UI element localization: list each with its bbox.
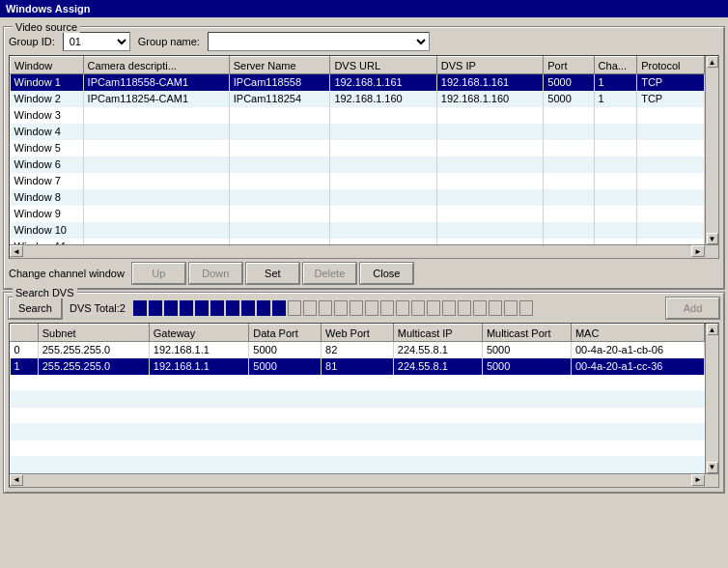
col-mac: MAC bbox=[571, 325, 704, 342]
progress-segment bbox=[427, 300, 440, 316]
window-title-bar: Windows Assign bbox=[0, 0, 728, 17]
change-channel-label: Change channel window bbox=[9, 268, 125, 279]
progress-segment bbox=[226, 300, 239, 316]
col-dvs-ip: DVS IP bbox=[436, 57, 543, 74]
progress-segment bbox=[365, 300, 378, 316]
col-window: Window bbox=[11, 57, 84, 74]
table-row[interactable]: 1255.255.255.0192.168.1.1500081224.55.8.… bbox=[11, 358, 705, 375]
progress-segment bbox=[288, 300, 301, 316]
close-button[interactable]: Close bbox=[360, 263, 413, 284]
set-button[interactable]: Set bbox=[246, 263, 299, 284]
progress-segment bbox=[442, 300, 456, 316]
group-name-select[interactable] bbox=[208, 32, 430, 51]
progress-segment bbox=[257, 300, 270, 316]
table-row[interactable]: Window 9 bbox=[11, 206, 705, 222]
search-button[interactable]: Search bbox=[9, 298, 62, 319]
video-source-label: Video source bbox=[13, 21, 80, 33]
progress-segment bbox=[319, 300, 332, 316]
progress-segment bbox=[164, 300, 178, 316]
progress-segment bbox=[149, 300, 162, 316]
progress-bar bbox=[133, 300, 658, 316]
progress-segment bbox=[396, 300, 409, 316]
dvs-total-label: DVS Total:2 bbox=[70, 302, 126, 314]
group-name-label: Group name: bbox=[138, 36, 200, 47]
group-id-select[interactable]: 01 bbox=[63, 32, 130, 51]
progress-segment bbox=[303, 300, 317, 316]
down-button[interactable]: Down bbox=[189, 263, 242, 284]
add-button[interactable]: Add bbox=[666, 298, 719, 319]
col-multicast-ip: Multicast IP bbox=[393, 325, 482, 342]
table-row[interactable]: 0255.255.255.0192.168.1.1500082224.55.8.… bbox=[11, 342, 705, 358]
progress-segment bbox=[350, 300, 363, 316]
table-row[interactable]: Window 6 bbox=[11, 156, 705, 173]
progress-segment bbox=[411, 300, 425, 316]
progress-segment bbox=[473, 300, 487, 316]
progress-segment bbox=[458, 300, 471, 316]
col-gateway: Gateway bbox=[149, 325, 249, 342]
progress-segment bbox=[380, 300, 394, 316]
col-subnet: Subnet bbox=[38, 325, 149, 342]
table-row[interactable]: Window 7 bbox=[11, 173, 705, 189]
video-source-table-container: Window Camera descripti... Server Name D… bbox=[9, 55, 719, 259]
table-row[interactable]: Window 4 bbox=[11, 124, 705, 140]
col-channel: Cha... bbox=[594, 57, 637, 74]
col-camera: Camera descripti... bbox=[83, 57, 229, 74]
progress-segment bbox=[519, 300, 533, 316]
search-dvs-table: Subnet Gateway Data Port Web Port Multic… bbox=[10, 324, 705, 375]
col-protocol: Protocol bbox=[637, 57, 705, 74]
progress-segment bbox=[489, 300, 502, 316]
delete-button[interactable]: Delete bbox=[303, 263, 356, 284]
progress-segment bbox=[272, 300, 286, 316]
video-source-table: Window Camera descripti... Server Name D… bbox=[10, 56, 705, 244]
search-dvs-group: Search DVS Search DVS Total:2 Add Subnet bbox=[4, 293, 724, 493]
video-source-group: Video source Group ID: 01 Group name: bbox=[4, 27, 724, 289]
table-row[interactable]: Window 1IPCam118558-CAM1IPCam118558192.1… bbox=[11, 74, 705, 91]
table-row[interactable]: Window 5 bbox=[11, 140, 705, 156]
progress-segment bbox=[180, 300, 193, 316]
window-title-text: Windows Assign bbox=[6, 3, 91, 14]
table-row[interactable]: Window 3 bbox=[11, 107, 705, 124]
group-id-label: Group ID: bbox=[9, 36, 55, 47]
progress-segment bbox=[210, 300, 224, 316]
progress-segment bbox=[241, 300, 255, 316]
progress-segment bbox=[504, 300, 518, 316]
table-row[interactable]: Window 8 bbox=[11, 189, 705, 206]
progress-segment bbox=[195, 300, 209, 316]
col-data-port: Data Port bbox=[249, 325, 322, 342]
table-row[interactable]: Window 11 bbox=[11, 239, 705, 245]
col-idx bbox=[11, 325, 39, 342]
search-dvs-label: Search DVS bbox=[13, 287, 77, 298]
search-dvs-table-container: Subnet Gateway Data Port Web Port Multic… bbox=[9, 323, 719, 488]
col-multicast-port: Multicast Port bbox=[482, 325, 571, 342]
up-button[interactable]: Up bbox=[132, 263, 185, 284]
progress-segment bbox=[133, 300, 147, 316]
col-server: Server Name bbox=[229, 57, 330, 74]
table-row[interactable]: Window 10 bbox=[11, 222, 705, 239]
table-row[interactable]: Window 2IPCam118254-CAM1IPCam118254192.1… bbox=[11, 91, 705, 107]
col-dvs-url: DVS URL bbox=[330, 57, 436, 74]
col-port: Port bbox=[544, 57, 594, 74]
col-web-port: Web Port bbox=[322, 325, 394, 342]
progress-segment bbox=[334, 300, 348, 316]
